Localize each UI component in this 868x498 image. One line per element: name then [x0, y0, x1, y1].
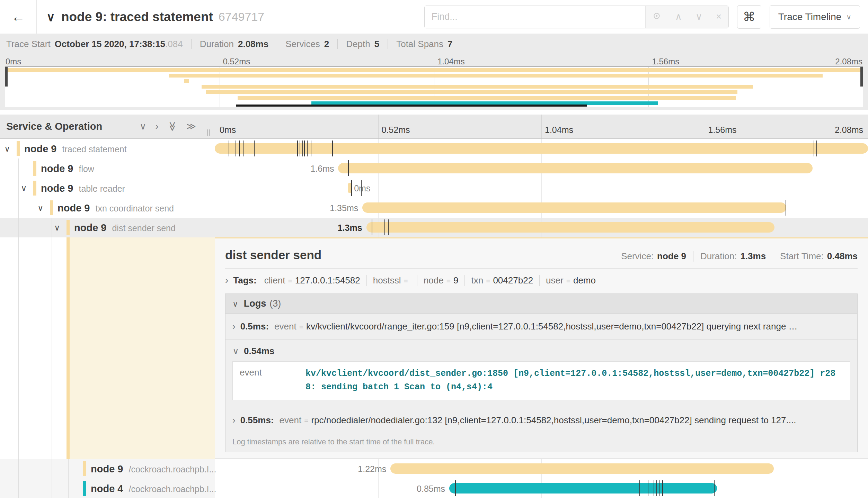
span-expand-icon[interactable]: ∨ [54, 223, 60, 233]
trace-view-select[interactable]: Trace Timeline ∨ [770, 5, 860, 29]
span-name[interactable]: node 9dist sender send [74, 222, 176, 233]
span-log-marker[interactable] [639, 480, 640, 496]
log-entry-expanded-header[interactable]: ∨0.54ms [225, 339, 857, 360]
span-row-timeline-cell[interactable]: 0.85ms [215, 479, 868, 498]
span-log-marker[interactable] [311, 141, 311, 156]
logs-header[interactable]: ∨ Logs (3) [225, 294, 857, 314]
span-log-marker[interactable] [239, 141, 240, 156]
span-log-marker[interactable] [372, 219, 372, 235]
span-log-marker[interactable] [332, 141, 333, 156]
span-log-marker[interactable] [229, 141, 229, 156]
span-duration-bar[interactable] [348, 183, 351, 193]
span-row-timeline-cell[interactable] [215, 139, 868, 159]
expand-one-icon[interactable]: › [155, 122, 158, 131]
prev-match-icon[interactable]: ∧ [675, 12, 682, 21]
span-row-name-cell[interactable]: node 9/cockroach.roachpb.I... [0, 459, 215, 479]
span-row-name-cell[interactable]: ∨node 9txn coordinator send [0, 198, 215, 218]
span-name[interactable]: node 4/cockroach.roachpb.I... [91, 483, 216, 494]
span-row[interactable]: node 9/cockroach.roachpb.I...1.22ms [0, 459, 868, 479]
span-log-marker[interactable] [297, 141, 298, 156]
log-entry-collapsed[interactable]: ›0.5ms:event=kv/kvclient/kvcoord/range_i… [225, 314, 857, 339]
minimap-span-bar [169, 74, 823, 78]
tree-indent-guide [2, 198, 2, 218]
span-log-marker[interactable] [814, 141, 814, 156]
span-duration-bar[interactable] [366, 222, 775, 233]
span-row[interactable]: ∨node 9dist sender send1.3ms [0, 218, 868, 237]
span-log-marker[interactable] [656, 480, 657, 496]
collapse-one-icon[interactable]: ∨ [140, 122, 147, 131]
span-row-timeline-cell[interactable]: 1.22ms [215, 459, 868, 479]
log-entry-collapsed[interactable]: ›0.55ms:event=rpc/nodedialer/nodedialer.… [225, 408, 857, 433]
tree-indent-guide [35, 237, 35, 459]
clear-find-icon[interactable]: × [716, 12, 721, 21]
minimap-range-handle-left[interactable] [5, 67, 8, 87]
span-log-marker[interactable] [304, 141, 305, 156]
span-row-name-cell[interactable]: node 4/cockroach.roachpb.I... [0, 479, 215, 498]
detail-span-color-stripe [67, 237, 70, 459]
span-row-timeline-cell[interactable]: 1.35ms [215, 198, 868, 218]
span-log-marker[interactable] [816, 141, 817, 156]
span-log-marker[interactable] [351, 180, 352, 196]
span-log-marker[interactable] [388, 219, 389, 235]
span-row[interactable]: ∨node 9traced statement [0, 139, 868, 159]
column-resize-grip[interactable] [207, 129, 210, 136]
span-duration-bar[interactable] [338, 163, 812, 173]
minimap-range-handle-right[interactable] [860, 67, 863, 87]
find-input[interactable] [425, 6, 645, 28]
span-expand-icon[interactable]: ∨ [37, 203, 44, 213]
equals-sign: = [304, 417, 308, 425]
span-duration-bar[interactable] [390, 463, 774, 474]
span-log-marker[interactable] [236, 141, 236, 156]
expand-all-icon[interactable]: ≫ [186, 122, 196, 131]
span-log-marker[interactable] [455, 480, 456, 496]
span-row-timeline-cell[interactable]: 1.3ms [215, 218, 868, 237]
span-log-marker[interactable] [654, 480, 654, 496]
span-duration-bar[interactable] [362, 202, 786, 213]
span-row-name-cell[interactable]: node 9flow [0, 159, 215, 178]
span-expand-icon[interactable]: ∨ [4, 144, 10, 154]
span-log-marker[interactable] [714, 480, 715, 496]
next-match-icon[interactable]: ∨ [696, 12, 702, 21]
span-row[interactable]: ∨node 9table reader0ms [0, 178, 868, 198]
span-row-name-cell[interactable]: ∨node 9traced statement [0, 139, 215, 159]
span-duration-bar[interactable] [215, 143, 868, 154]
span-row-timeline-cell[interactable]: 0ms [215, 178, 868, 198]
span-log-marker[interactable] [384, 219, 385, 235]
span-log-marker[interactable] [659, 480, 660, 496]
span-service-name: node 9 [57, 202, 90, 214]
span-log-marker[interactable] [300, 141, 300, 156]
span-log-marker[interactable] [648, 480, 648, 496]
span-log-marker[interactable] [786, 200, 786, 216]
span-log-marker[interactable] [254, 141, 255, 156]
column-divider[interactable] [215, 139, 215, 498]
span-row[interactable]: node 4/cockroach.roachpb.I...0.85ms [0, 479, 868, 498]
span-name[interactable]: node 9table reader [41, 182, 125, 194]
minimap-span-bar [184, 79, 188, 83]
span-log-marker[interactable] [361, 180, 362, 196]
span-duration-label: 0ms [354, 183, 370, 193]
back-button[interactable]: ← [0, 0, 37, 34]
collapse-trace-header-icon[interactable]: ∨ [46, 10, 55, 24]
minimap-scroll-indicator[interactable] [236, 105, 587, 107]
tags-row[interactable]: › Tags: client=127.0.0.1:54582hostssl=no… [225, 269, 858, 289]
span-name[interactable]: node 9traced statement [24, 143, 127, 154]
span-row[interactable]: ∨node 9txn coordinator send1.35ms [0, 198, 868, 218]
span-name[interactable]: node 9txn coordinator send [57, 202, 174, 214]
keyboard-shortcuts-button[interactable]: ⌘ [737, 5, 761, 29]
span-name[interactable]: node 9flow [41, 163, 94, 174]
span-name[interactable]: node 9/cockroach.roachpb.I... [91, 463, 216, 474]
minimap-canvas[interactable] [5, 66, 863, 107]
span-row-name-cell[interactable]: ∨node 9dist sender send [0, 218, 215, 237]
span-log-marker[interactable] [307, 141, 308, 156]
collapse-all-icon[interactable]: ≫ [168, 121, 177, 131]
span-log-marker[interactable] [662, 480, 663, 496]
span-row[interactable]: node 9flow1.6ms [0, 159, 868, 178]
span-log-marker[interactable] [348, 160, 349, 176]
span-duration-bar[interactable] [449, 483, 717, 494]
span-row-timeline-cell[interactable]: 1.6ms [215, 159, 868, 178]
span-expand-icon[interactable]: ∨ [21, 183, 27, 193]
span-log-marker[interactable] [243, 141, 244, 156]
span-log-marker[interactable] [302, 141, 303, 156]
match-locate-icon[interactable] [652, 11, 661, 22]
span-row-name-cell[interactable]: ∨node 9table reader [0, 178, 215, 198]
